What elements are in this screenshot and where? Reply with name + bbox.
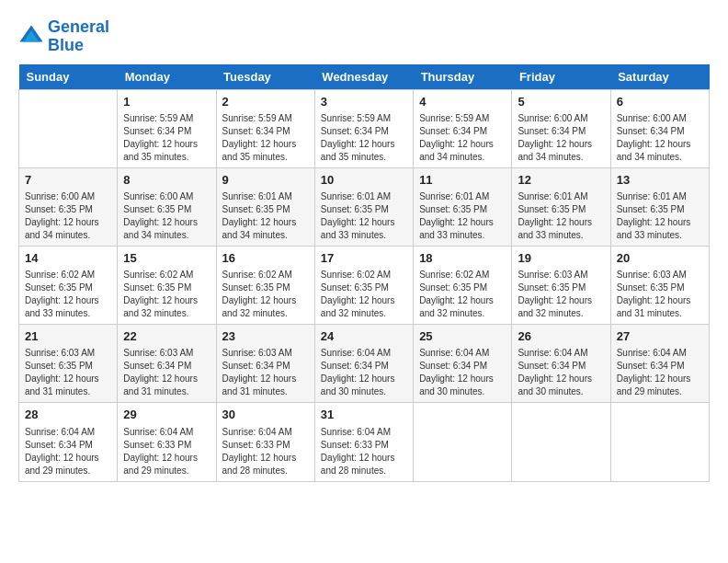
cell-info: Sunrise: 6:04 AMSunset: 6:33 PMDaylight:… xyxy=(321,426,407,477)
calendar-cell: 13Sunrise: 6:01 AMSunset: 6:35 PMDayligh… xyxy=(610,167,709,246)
logo-icon xyxy=(18,24,44,50)
calendar-cell: 15Sunrise: 6:02 AMSunset: 6:35 PMDayligh… xyxy=(118,246,216,324)
calendar-cell: 2Sunrise: 5:59 AMSunset: 6:34 PMDaylight… xyxy=(216,89,314,167)
day-header-wednesday: Wednesday xyxy=(314,64,413,90)
day-number: 31 xyxy=(321,407,407,423)
calendar-cell: 10Sunrise: 6:01 AMSunset: 6:35 PMDayligh… xyxy=(314,167,413,246)
calendar-cell: 19Sunrise: 6:03 AMSunset: 6:35 PMDayligh… xyxy=(512,246,610,324)
cell-info: Sunrise: 6:00 AMSunset: 6:34 PMDaylight:… xyxy=(518,112,604,164)
cell-info: Sunrise: 6:01 AMSunset: 6:35 PMDaylight:… xyxy=(518,190,604,242)
calendar-cell: 14Sunrise: 6:02 AMSunset: 6:35 PMDayligh… xyxy=(19,246,118,324)
calendar-header-row: SundayMondayTuesdayWednesdayThursdayFrid… xyxy=(19,64,710,90)
calendar-week-row: 14Sunrise: 6:02 AMSunset: 6:35 PMDayligh… xyxy=(19,246,710,324)
calendar-week-row: 7Sunrise: 6:00 AMSunset: 6:35 PMDaylight… xyxy=(19,167,710,246)
day-number: 25 xyxy=(419,328,506,345)
day-number: 17 xyxy=(321,250,407,267)
day-number: 29 xyxy=(123,407,210,423)
calendar-cell: 11Sunrise: 6:01 AMSunset: 6:35 PMDayligh… xyxy=(414,167,512,246)
day-header-friday: Friday xyxy=(512,64,610,90)
cell-info: Sunrise: 6:02 AMSunset: 6:35 PMDaylight:… xyxy=(321,269,407,320)
day-header-tuesday: Tuesday xyxy=(216,64,314,90)
day-number: 15 xyxy=(123,250,210,267)
cell-info: Sunrise: 6:03 AMSunset: 6:35 PMDaylight:… xyxy=(617,269,703,320)
calendar-cell: 28Sunrise: 6:04 AMSunset: 6:34 PMDayligh… xyxy=(19,403,118,481)
cell-info: Sunrise: 6:03 AMSunset: 6:35 PMDaylight:… xyxy=(518,269,604,320)
calendar-week-row: 1Sunrise: 5:59 AMSunset: 6:34 PMDaylight… xyxy=(19,89,710,167)
day-number: 24 xyxy=(321,328,407,345)
page-header: General Blue xyxy=(18,18,710,55)
cell-info: Sunrise: 6:02 AMSunset: 6:35 PMDaylight:… xyxy=(25,269,111,320)
calendar-cell xyxy=(512,403,610,481)
day-number: 7 xyxy=(25,172,111,189)
logo: General Blue xyxy=(18,18,109,55)
day-number: 10 xyxy=(321,172,407,189)
day-number: 26 xyxy=(518,328,604,345)
day-number: 5 xyxy=(518,94,604,110)
day-header-thursday: Thursday xyxy=(414,64,512,90)
day-number: 19 xyxy=(518,250,604,267)
cell-info: Sunrise: 6:03 AMSunset: 6:34 PMDaylight:… xyxy=(123,347,210,398)
day-number: 21 xyxy=(25,328,111,345)
cell-info: Sunrise: 6:04 AMSunset: 6:34 PMDaylight:… xyxy=(25,426,111,477)
cell-info: Sunrise: 6:04 AMSunset: 6:34 PMDaylight:… xyxy=(419,347,506,398)
cell-info: Sunrise: 6:04 AMSunset: 6:33 PMDaylight:… xyxy=(222,426,309,477)
day-header-saturday: Saturday xyxy=(610,64,709,90)
cell-info: Sunrise: 6:04 AMSunset: 6:34 PMDaylight:… xyxy=(321,347,407,398)
calendar-cell: 5Sunrise: 6:00 AMSunset: 6:34 PMDaylight… xyxy=(512,89,610,167)
day-number: 27 xyxy=(617,328,703,345)
cell-info: Sunrise: 6:00 AMSunset: 6:35 PMDaylight:… xyxy=(25,190,111,242)
day-number: 16 xyxy=(222,250,309,267)
day-number: 9 xyxy=(222,172,309,189)
day-number: 8 xyxy=(123,172,210,189)
day-header-monday: Monday xyxy=(118,64,216,90)
calendar-cell xyxy=(19,89,118,167)
calendar-cell: 31Sunrise: 6:04 AMSunset: 6:33 PMDayligh… xyxy=(314,403,413,481)
calendar-cell xyxy=(414,403,512,481)
calendar-cell: 8Sunrise: 6:00 AMSunset: 6:35 PMDaylight… xyxy=(118,167,216,246)
calendar-cell: 27Sunrise: 6:04 AMSunset: 6:34 PMDayligh… xyxy=(610,325,709,403)
day-number: 23 xyxy=(222,328,309,345)
cell-info: Sunrise: 6:01 AMSunset: 6:35 PMDaylight:… xyxy=(321,190,407,242)
cell-info: Sunrise: 6:02 AMSunset: 6:35 PMDaylight:… xyxy=(222,269,309,320)
day-number: 3 xyxy=(321,94,407,110)
cell-info: Sunrise: 5:59 AMSunset: 6:34 PMDaylight:… xyxy=(222,112,309,164)
cell-info: Sunrise: 6:00 AMSunset: 6:34 PMDaylight:… xyxy=(617,112,703,164)
calendar-cell: 23Sunrise: 6:03 AMSunset: 6:34 PMDayligh… xyxy=(216,325,314,403)
cell-info: Sunrise: 5:59 AMSunset: 6:34 PMDaylight:… xyxy=(321,112,407,164)
day-number: 30 xyxy=(222,407,309,423)
calendar-cell: 22Sunrise: 6:03 AMSunset: 6:34 PMDayligh… xyxy=(118,325,216,403)
calendar-cell: 7Sunrise: 6:00 AMSunset: 6:35 PMDaylight… xyxy=(19,167,118,246)
calendar-cell: 26Sunrise: 6:04 AMSunset: 6:34 PMDayligh… xyxy=(512,325,610,403)
day-number: 1 xyxy=(123,94,210,110)
logo-text: General Blue xyxy=(48,18,109,55)
calendar-cell: 9Sunrise: 6:01 AMSunset: 6:35 PMDaylight… xyxy=(216,167,314,246)
cell-info: Sunrise: 6:04 AMSunset: 6:34 PMDaylight:… xyxy=(518,347,604,398)
cell-info: Sunrise: 6:01 AMSunset: 6:35 PMDaylight:… xyxy=(222,190,309,242)
cell-info: Sunrise: 6:04 AMSunset: 6:34 PMDaylight:… xyxy=(617,347,703,398)
calendar-cell: 30Sunrise: 6:04 AMSunset: 6:33 PMDayligh… xyxy=(216,403,314,481)
calendar-week-row: 28Sunrise: 6:04 AMSunset: 6:34 PMDayligh… xyxy=(19,403,710,481)
day-number: 11 xyxy=(419,172,506,189)
calendar-cell: 20Sunrise: 6:03 AMSunset: 6:35 PMDayligh… xyxy=(610,246,709,324)
calendar-cell: 17Sunrise: 6:02 AMSunset: 6:35 PMDayligh… xyxy=(314,246,413,324)
cell-info: Sunrise: 6:03 AMSunset: 6:35 PMDaylight:… xyxy=(25,347,111,398)
day-number: 4 xyxy=(419,94,506,110)
cell-info: Sunrise: 6:01 AMSunset: 6:35 PMDaylight:… xyxy=(617,190,703,242)
cell-info: Sunrise: 5:59 AMSunset: 6:34 PMDaylight:… xyxy=(419,112,506,164)
cell-info: Sunrise: 6:03 AMSunset: 6:34 PMDaylight:… xyxy=(222,347,309,398)
calendar-cell: 24Sunrise: 6:04 AMSunset: 6:34 PMDayligh… xyxy=(314,325,413,403)
calendar-week-row: 21Sunrise: 6:03 AMSunset: 6:35 PMDayligh… xyxy=(19,325,710,403)
cell-info: Sunrise: 5:59 AMSunset: 6:34 PMDaylight:… xyxy=(123,112,210,164)
cell-info: Sunrise: 6:01 AMSunset: 6:35 PMDaylight:… xyxy=(419,190,506,242)
day-number: 28 xyxy=(25,407,111,423)
calendar-cell: 6Sunrise: 6:00 AMSunset: 6:34 PMDaylight… xyxy=(610,89,709,167)
calendar-cell: 25Sunrise: 6:04 AMSunset: 6:34 PMDayligh… xyxy=(414,325,512,403)
day-number: 20 xyxy=(617,250,703,267)
calendar-cell: 4Sunrise: 5:59 AMSunset: 6:34 PMDaylight… xyxy=(414,89,512,167)
calendar-cell: 16Sunrise: 6:02 AMSunset: 6:35 PMDayligh… xyxy=(216,246,314,324)
day-number: 14 xyxy=(25,250,111,267)
day-number: 22 xyxy=(123,328,210,345)
calendar-cell: 21Sunrise: 6:03 AMSunset: 6:35 PMDayligh… xyxy=(19,325,118,403)
calendar-table: SundayMondayTuesdayWednesdayThursdayFrid… xyxy=(18,64,710,482)
day-number: 18 xyxy=(419,250,506,267)
